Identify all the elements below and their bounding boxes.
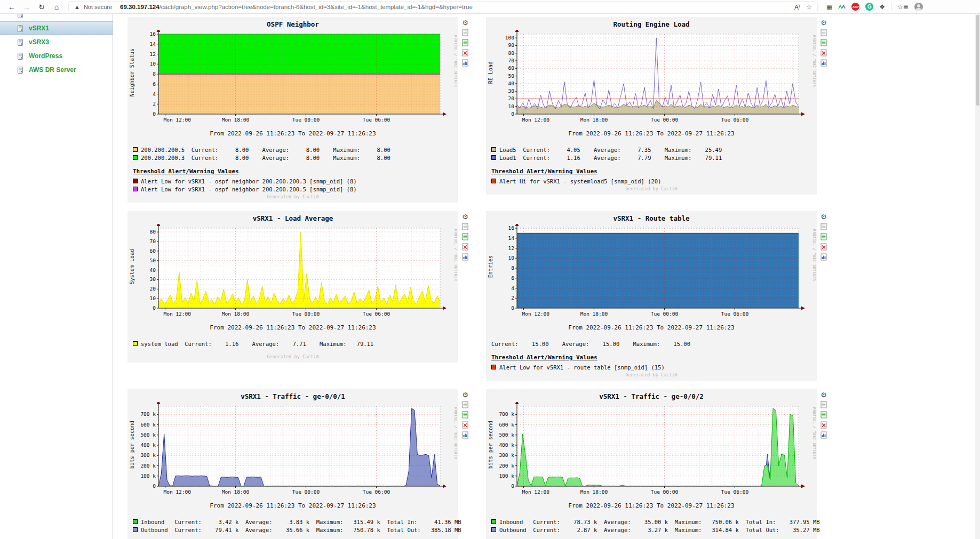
rrdtool-graph[interactable]: vSRX1 - Traffic - ge-0/0/1 bits per seco… [128, 389, 458, 539]
sidebar-item-wordpress[interactable]: WordPress [0, 49, 113, 63]
legend-row: Inbound Current: 78.73 k Average: 35.00 … [491, 518, 817, 526]
threshold-swatch [133, 179, 138, 183]
realtime-chart-icon[interactable] [461, 431, 469, 439]
graph-date-range: From 2022-09-26 11:26:23 To 2022-09-27 1… [486, 502, 817, 509]
legend-row: Current: 15.00 Average: 15.00 Maximum: 1… [491, 340, 817, 348]
qr-code-icon[interactable]: ▦ [826, 3, 832, 11]
export-x-icon[interactable] [461, 49, 469, 57]
graph-plot-row: bits per second 0100 k200 k300 k400 k500… [486, 402, 817, 501]
threshold-row: Alert Low for vSRX1 - route table [snmp_… [491, 363, 817, 371]
document-icon[interactable] [820, 29, 827, 36]
graph-title: OSPF Neighbor [128, 20, 458, 28]
svg-text:6: 6 [153, 81, 156, 87]
document-icon[interactable] [820, 401, 827, 408]
realtime-chart-icon[interactable] [461, 253, 469, 261]
svg-text:Tue 06:00: Tue 06:00 [721, 311, 749, 317]
export-x-icon[interactable] [820, 49, 827, 57]
window-scrollbar[interactable] [975, 14, 980, 539]
graph-legend: system load Current: 1.16 Average: 7.71 … [128, 340, 458, 348]
extensions-puzzle-icon[interactable]: ❖ [879, 3, 885, 11]
graph-title: Routing Engine Load [486, 20, 817, 28]
document-icon[interactable] [820, 223, 827, 230]
csv-export-icon[interactable] [461, 39, 469, 46]
realtime-chart-icon[interactable] [820, 253, 827, 261]
svg-text:6: 6 [511, 275, 514, 281]
svg-text:Tue 06:00: Tue 06:00 [363, 311, 391, 317]
export-x-icon[interactable] [461, 243, 469, 251]
refresh-icon[interactable]: ↻ [35, 1, 48, 13]
legend-text: Current: 15.00 Average: 15.00 Maximum: 1… [491, 341, 690, 347]
document-icon[interactable] [461, 29, 469, 36]
threshold-row: Alert Low for vSRX1 - ospf neighbor 200.… [133, 185, 458, 193]
csv-export-icon[interactable] [820, 39, 827, 46]
rrdtool-watermark: RRDTOOL / TOBI OETIKER [812, 35, 816, 87]
gear-icon[interactable]: ⚙ [462, 213, 468, 220]
gear-icon[interactable]: ⚙ [462, 19, 468, 26]
svg-text:0: 0 [153, 483, 156, 489]
rrdtool-watermark: RRDTOOL / TOBI OETIKER [453, 229, 458, 281]
favorites-bar-icon[interactable]: ☆≣ [897, 3, 909, 11]
svg-text:60: 60 [150, 248, 156, 254]
svg-text:Mon 18:00: Mon 18:00 [580, 311, 608, 317]
legend-swatch [491, 527, 496, 532]
sidebar-item-aws-dr-server[interactable]: AWS DR Server [0, 63, 113, 77]
read-aloud-icon[interactable]: A) [794, 2, 800, 11]
add-favorite-icon[interactable]: ☆ [806, 3, 812, 11]
sidebar-item-clipped[interactable] [0, 14, 113, 21]
svg-text:80: 80 [508, 50, 515, 56]
scrollbar-thumb[interactable] [976, 15, 979, 106]
svg-text:0: 0 [511, 483, 514, 489]
svg-text:10: 10 [508, 255, 515, 261]
svg-text:700 k: 700 k [499, 411, 514, 417]
graph-plot: 0246810121416Mon 12:00Mon 18:00Tue 00:00… [136, 30, 451, 129]
export-x-icon[interactable] [461, 421, 469, 429]
adblock-plus-icon[interactable]: ABP [851, 3, 859, 11]
svg-text:0: 0 [511, 111, 514, 117]
legend-text: system load Current: 1.16 Average: 7.71 … [141, 341, 373, 347]
svg-text:600 k: 600 k [140, 422, 156, 428]
rrdtool-graph[interactable]: vSRX1 - Route table Entries 024681012141… [486, 211, 817, 381]
realtime-chart-icon[interactable] [820, 59, 827, 67]
svg-text:600 k: 600 k [499, 422, 514, 428]
export-x-icon[interactable] [820, 243, 827, 251]
rrdtool-watermark: RRDTOOL / TOBI OETIKER [812, 229, 816, 281]
sidebar-item-vsrx1[interactable]: vSRX1 [0, 21, 113, 35]
gear-icon[interactable]: ⚙ [820, 391, 827, 398]
url-text[interactable]: 69.30.197.124/cacti/graph_view.php?actio… [120, 4, 473, 10]
legend-swatch [491, 147, 496, 152]
document-icon[interactable] [461, 401, 469, 408]
legend-text: Outbound Current: 2.87 k Average: 3.27 k… [499, 527, 820, 533]
csv-export-icon[interactable] [461, 233, 469, 240]
export-x-icon[interactable] [820, 421, 827, 429]
rrdtool-graph[interactable]: OSPF Neighbor Neighbor Status 0246810121… [128, 17, 458, 203]
rrdtool-graph[interactable]: vSRX1 - Traffic - ge-0/0/2 bits per seco… [486, 389, 817, 539]
rrdtool-graph[interactable]: vSRX1 - Load Average System Load 0102030… [128, 211, 458, 363]
document-icon[interactable] [461, 223, 469, 230]
gear-icon[interactable]: ⚙ [820, 213, 827, 220]
csv-export-icon[interactable] [820, 411, 827, 419]
home-icon[interactable]: ⌂ [50, 1, 63, 13]
svg-text:100: 100 [505, 35, 514, 41]
svg-text:40: 40 [150, 267, 156, 273]
threshold-swatch [491, 179, 496, 183]
rrdtool-graph[interactable]: Routing Engine Load RE Load 010203040506… [486, 17, 817, 195]
realtime-chart-icon[interactable] [461, 59, 469, 67]
csv-export-icon[interactable] [820, 233, 827, 240]
svg-text:Mon 12:00: Mon 12:00 [522, 117, 549, 123]
gear-icon[interactable]: ⚙ [820, 19, 827, 26]
sidebar-item-vsrx3[interactable]: vSRX3 [0, 35, 113, 49]
svg-text:50: 50 [150, 258, 156, 263]
forward-icon[interactable]: → [20, 1, 33, 13]
wave-extension-icon[interactable] [838, 3, 846, 11]
profile-avatar[interactable] [914, 3, 923, 11]
legend-swatch [133, 147, 138, 152]
address-bar[interactable]: ▲ Not secure 69.30.197.124/cacti/graph_v… [68, 1, 818, 12]
svg-text:400 k: 400 k [499, 442, 514, 448]
realtime-chart-icon[interactable] [820, 431, 827, 439]
graph-legend: Inbound Current: 3.42 k Average: 3.83 k … [128, 518, 458, 534]
svg-text:20: 20 [508, 95, 515, 101]
back-icon[interactable]: ← [5, 1, 18, 13]
grammarly-icon[interactable]: G [865, 3, 873, 11]
gear-icon[interactable]: ⚙ [462, 391, 468, 398]
csv-export-icon[interactable] [461, 411, 469, 419]
